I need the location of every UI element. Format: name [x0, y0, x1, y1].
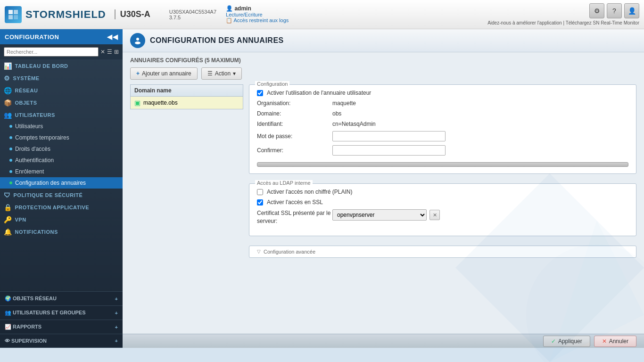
- search-bar: ✕ ☰ ⊞: [0, 44, 123, 59]
- advanced-section-toggle[interactable]: ▽ Configuration avancée: [257, 249, 628, 255]
- svg-point-5: [135, 41, 140, 44]
- content-area: CONFIGURATION DES ANNUAIRES ANNUAIRES CO…: [123, 29, 644, 348]
- plus-icon: +: [136, 70, 140, 77]
- password-input[interactable]: [332, 131, 446, 141]
- username: 👤 admin: [226, 5, 289, 12]
- cert-clear-button[interactable]: ✕: [429, 210, 440, 220]
- advanced-label: Configuration avancée: [264, 249, 315, 255]
- confirm-row: Confirmer:: [257, 145, 628, 156]
- config-panel: Configuration Activer l'utilisation de l…: [249, 84, 636, 258]
- content-body: ANNUAIRES CONFIGURÉS (5 MAXIMUM) + Ajout…: [123, 52, 644, 334]
- user-info: 👤 admin Lecture/Ecriture 📋 Accès restrei…: [226, 5, 289, 24]
- sidebar-bottom-objets-reseau[interactable]: 🌍 OBJETS RÉSEAU +: [0, 292, 123, 306]
- sidebar-item-authentification[interactable]: Authentification: [0, 155, 123, 166]
- cert-select[interactable]: openvpnserver: [332, 209, 427, 221]
- sidebar-item-config-annuaires[interactable]: Configuration des annuaires: [0, 177, 123, 189]
- domain-label: Domaine:: [257, 110, 332, 117]
- page-header: CONFIGURATION DES ANNUAIRES: [123, 29, 644, 52]
- sidebar-item-comptes-temporaires[interactable]: Comptes temporaires: [0, 132, 123, 143]
- domain-icon: ▣: [134, 99, 140, 107]
- plain-checkbox-row: Activer l'accès non chiffré (PLAIN): [257, 189, 628, 195]
- enable-checkbox-row: Activer l'utilisation de l'annuaire util…: [257, 90, 628, 96]
- enable-checkbox[interactable]: [257, 90, 263, 96]
- apply-btn-row: [257, 159, 628, 167]
- action-button[interactable]: ☰ Action ▾: [201, 67, 242, 80]
- add-annuaire-button[interactable]: + Ajouter un annuaire: [130, 67, 198, 80]
- header-help-text: Aidez-nous à améliorer l'application | T…: [487, 20, 639, 25]
- ssl-checkbox-row: Activer l'accès en SSL: [257, 199, 628, 206]
- search-clear-button[interactable]: ✕: [100, 49, 105, 55]
- toolbar: + Ajouter un annuaire ☰ Action ▾: [130, 67, 636, 80]
- sidebar-item-utilisateurs-header[interactable]: 👥 UTILISATEURS: [0, 108, 123, 121]
- domain-list-header: Domain name: [131, 85, 243, 97]
- id-row: Identifiant: cn=NetasqAdmin: [257, 121, 628, 127]
- domain-row[interactable]: ▣ maquette.obs: [131, 97, 243, 109]
- ldap-section: Accès au LDAP interne Activer l'accès no…: [249, 183, 636, 236]
- sidebar-bottom-supervision[interactable]: 👁 SUPERVISION +: [0, 334, 123, 348]
- sidebar-item-vpn[interactable]: 🔑 VPN: [0, 213, 123, 225]
- svg-rect-2: [8, 15, 13, 19]
- svg-rect-1: [14, 10, 18, 14]
- ssl-select-row: openvpnserver ✕: [332, 209, 440, 221]
- svg-rect-3: [14, 15, 18, 19]
- apply-section-button[interactable]: [257, 162, 628, 167]
- id-value: cn=NetasqAdmin: [332, 121, 376, 127]
- check-icon: ✓: [551, 338, 556, 345]
- enable-label[interactable]: Activer l'utilisation de l'annuaire util…: [267, 90, 371, 96]
- action-icon: ☰: [207, 70, 213, 77]
- search-input[interactable]: [4, 47, 99, 57]
- device-info: U30SXA04C5534A7 3.7.5: [169, 9, 216, 20]
- sidebar-collapse-button[interactable]: ◀◀: [107, 33, 118, 41]
- action-chevron-icon: ▾: [233, 70, 236, 77]
- plain-checkbox[interactable]: [257, 189, 263, 195]
- sidebar-item-objets[interactable]: 📦 OBJETS: [0, 96, 123, 108]
- settings-button[interactable]: ⚙: [589, 3, 604, 18]
- footer-bar: ✓ Appliquer ✕ Annuler: [123, 334, 644, 348]
- sidebar-item-reseau[interactable]: 🌐 RÉSEAU: [0, 84, 123, 96]
- sidebar-item-systeme[interactable]: ⚙ SYSTÈME: [0, 72, 123, 84]
- ssl-label[interactable]: Activer l'accès en SSL: [267, 199, 323, 206]
- password-label: Mot de passe:: [257, 133, 332, 140]
- plain-label[interactable]: Activer l'accès non chiffré (PLAIN): [267, 189, 352, 195]
- help-button[interactable]: ?: [607, 3, 622, 18]
- user-button[interactable]: 👤: [624, 3, 639, 18]
- sidebar-item-utilisateurs[interactable]: Utilisateurs: [0, 121, 123, 132]
- sidebar-bottom: 🌍 OBJETS RÉSEAU + 👥 UTILISATEURS ET GROU…: [0, 291, 123, 348]
- header-tools: ⚙ ? 👤: [589, 3, 639, 18]
- logo-area: STORMSHIELD U30S-A: [0, 6, 155, 23]
- readwrite-link[interactable]: Lecture/Ecriture: [226, 12, 289, 17]
- page-title: CONFIGURATION DES ANNUAIRES: [150, 36, 284, 45]
- config-section: Configuration Activer l'utilisation de l…: [249, 84, 636, 174]
- cancel-button[interactable]: ✕ Annuler: [594, 336, 636, 347]
- search-grid-button[interactable]: ⊞: [114, 49, 119, 55]
- svg-rect-0: [8, 10, 13, 14]
- sidebar-item-politique-securite[interactable]: 🛡 POLITIQUE DE SÉCURITÉ: [0, 189, 123, 201]
- sidebar-item-notifications[interactable]: 🔔 NOTIFICATIONS: [0, 225, 123, 238]
- cert-row: Certificat SSL présenté par le serveur: …: [257, 209, 628, 225]
- nav-items: 📊 TABLEAU DE BORD ⚙ SYSTÈME 🌐 RÉSEAU 📦 O…: [0, 59, 123, 291]
- org-value: maquette: [332, 100, 356, 107]
- sidebar-title: CONFIGURATION: [5, 33, 59, 41]
- apply-button[interactable]: ✓ Appliquer: [543, 336, 590, 347]
- domain-name: maquette.obs: [143, 99, 178, 106]
- sidebar-item-droits-dacces[interactable]: Droits d'accès: [0, 143, 123, 155]
- confirm-label: Confirmer:: [257, 147, 332, 154]
- header: STORMSHIELD U30S-A U30SXA04C5534A7 3.7.5…: [0, 0, 644, 29]
- ssl-checkbox[interactable]: [257, 199, 263, 206]
- search-list-button[interactable]: ☰: [107, 49, 112, 55]
- sidebar-item-enrolement[interactable]: Enrôlement: [0, 166, 123, 177]
- logo-icon: [5, 6, 22, 23]
- cert-label: Certificat SSL présenté par le serveur:: [257, 209, 332, 225]
- confirm-input[interactable]: [332, 145, 446, 156]
- sidebar: CONFIGURATION ◀◀ ✕ ☰ ⊞ 📊 TABLEAU DE BORD…: [0, 29, 123, 348]
- domain-value: obs: [332, 110, 341, 117]
- sidebar-item-tableau-de-bord[interactable]: 📊 TABLEAU DE BORD: [0, 59, 123, 72]
- sidebar-bottom-rapports[interactable]: 📈 RAPPORTS +: [0, 320, 123, 334]
- restricted-link[interactable]: 📋 Accès restreint aux logs: [226, 17, 289, 24]
- sidebar-bottom-utilisateurs-groupes[interactable]: 👥 UTILISATEURS ET GROUPES +: [0, 306, 123, 320]
- sidebar-item-protection-applicative[interactable]: 🔒 PROTECTION APPLICATIVE: [0, 201, 123, 213]
- section-subtitle: ANNUAIRES CONFIGURÉS (5 MAXIMUM): [130, 57, 636, 64]
- config-section-label: Configuration: [255, 81, 289, 87]
- logo-text: STORMSHIELD: [25, 8, 106, 21]
- ldap-section-label: Accès au LDAP interne: [255, 180, 313, 186]
